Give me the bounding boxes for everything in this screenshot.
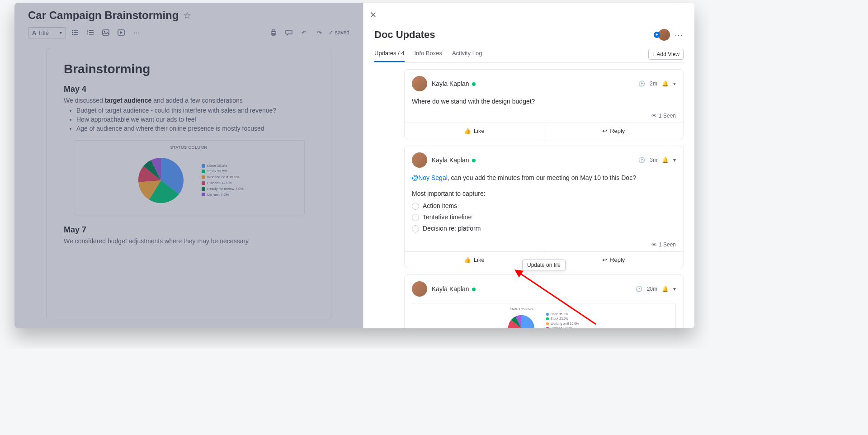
text-style-prefix: A xyxy=(32,29,36,36)
chart-title: STATUS COLUMN xyxy=(505,308,537,311)
image-icon[interactable] xyxy=(99,26,112,39)
checklist-item[interactable]: Decision re: platform xyxy=(412,224,676,233)
tab-info-boxes[interactable]: Info Boxes xyxy=(415,50,442,62)
attached-chart[interactable]: STATUS COLUMN Done 35.3%Stuck 23.5%Worki… xyxy=(412,303,676,328)
text-style-label: Title xyxy=(38,29,49,36)
section-heading: May 4 xyxy=(64,85,314,94)
svg-point-0 xyxy=(72,30,73,31)
svg-point-13 xyxy=(104,31,105,33)
author-name[interactable]: Kayla Kaplan xyxy=(432,156,476,164)
section-heading: May 7 xyxy=(64,225,314,235)
checklist: Action items Tentative timeline Decision… xyxy=(412,201,676,233)
seen-count[interactable]: 👁 1 Seen xyxy=(405,113,683,123)
pie-chart xyxy=(505,312,537,328)
checklist-item[interactable]: Tentative timeline xyxy=(412,213,676,222)
online-indicator xyxy=(472,82,476,86)
doc-canvas[interactable]: Brainstorming May 4 We discussed target … xyxy=(46,48,331,319)
panel-title: Doc Updates xyxy=(374,29,435,41)
clock-icon: 🕑 xyxy=(638,157,645,163)
update-body: Where do we stand with the design budget… xyxy=(405,95,683,113)
updates-panel: ✕ Doc Updates + ⋯ Updates / 4 Info Boxes… xyxy=(363,3,694,328)
print-icon[interactable] xyxy=(267,26,280,39)
radio-icon[interactable] xyxy=(412,203,419,210)
text-style-select[interactable]: A Title ▾ xyxy=(28,27,66,38)
numbered-list-icon[interactable]: 123 xyxy=(84,26,97,39)
svg-rect-1 xyxy=(74,30,78,31)
bulleted-list-icon[interactable] xyxy=(69,26,81,39)
online-indicator xyxy=(472,288,476,291)
checklist-item[interactable]: Action items xyxy=(412,201,676,211)
author-name[interactable]: Kayla Kaplan xyxy=(432,80,476,87)
seen-count[interactable]: 👁 1 Seen xyxy=(405,241,683,251)
bell-icon[interactable]: 🔔 xyxy=(662,286,669,292)
list-item: Age of audience and where their online p… xyxy=(76,125,314,132)
update-card: Update on file Kayla Kaplan 🕑 20m 🔔 ▾ xyxy=(404,274,684,328)
like-button[interactable]: 👍 Like xyxy=(405,123,544,139)
tab-activity-log[interactable]: Activity Log xyxy=(452,50,482,62)
svg-rect-3 xyxy=(74,32,78,33)
list-item: How approachable we want our ads to feel xyxy=(76,116,314,123)
svg-point-4 xyxy=(72,34,73,35)
chevron-down-icon[interactable]: ▾ xyxy=(673,286,676,292)
embedded-chart[interactable]: STATUS COLUMN Done 35.3%Stuck 23.5%Worki… xyxy=(73,140,305,214)
undo-icon[interactable]: ↶ xyxy=(298,26,311,39)
doc-heading: Brainstorming xyxy=(64,62,314,76)
doc-title[interactable]: Car Campaign Brainstorming xyxy=(28,9,179,22)
online-indicator xyxy=(472,159,476,162)
chart-legend: Done 35.3%Stuck 23.5%Working on it 15.0%… xyxy=(202,163,243,198)
chart-title: STATUS COLUMN xyxy=(170,145,207,150)
avatar[interactable] xyxy=(412,152,427,168)
svg-rect-7 xyxy=(89,30,94,31)
mention[interactable]: @Noy Segal xyxy=(412,174,448,181)
comment-icon[interactable] xyxy=(283,26,295,39)
svg-point-2 xyxy=(72,32,73,33)
avatar[interactable] xyxy=(412,281,427,297)
update-body: @Noy Segal, can you add the minutes from… xyxy=(405,171,683,241)
bell-icon[interactable]: 🔔 xyxy=(662,80,669,87)
more-icon[interactable]: ⋯ xyxy=(130,26,143,39)
chevron-down-icon: ▾ xyxy=(60,30,62,35)
clock-icon: 🕑 xyxy=(636,286,642,292)
star-icon[interactable]: ☆ xyxy=(183,10,191,21)
chart-legend: Done 35.3%Stuck 23.5%Working on it 15.0%… xyxy=(546,312,582,329)
add-view-button[interactable]: + Add View xyxy=(648,49,684,60)
doc-bullets: Budget of target audience - could this i… xyxy=(64,107,314,132)
radio-icon[interactable] xyxy=(412,225,419,232)
member-avatar[interactable]: + xyxy=(658,29,670,41)
update-card: Kayla Kaplan 🕑 3m 🔔 ▾ @Noy Segal, can yo… xyxy=(404,146,684,268)
reply-button[interactable]: ↩ Reply xyxy=(544,123,684,139)
update-time: 20m xyxy=(647,286,657,292)
video-icon[interactable] xyxy=(115,26,127,39)
saved-status: ✓ saved xyxy=(329,29,349,36)
tab-updates[interactable]: Updates / 4 xyxy=(374,50,405,62)
update-subhead: Most important to capture: xyxy=(412,189,676,199)
chevron-down-icon[interactable]: ▾ xyxy=(673,80,676,87)
svg-rect-16 xyxy=(272,30,275,32)
eye-icon: 👁 xyxy=(651,241,657,248)
eye-icon: 👁 xyxy=(651,113,657,119)
svg-text:3: 3 xyxy=(87,33,89,36)
pie-chart xyxy=(134,153,188,208)
doc-pane: Car Campaign Brainstorming ☆ A Title ▾ 1… xyxy=(14,3,363,328)
panel-more-icon[interactable]: ⋯ xyxy=(675,30,684,40)
add-member-icon[interactable]: + xyxy=(654,32,660,38)
redo-icon[interactable]: ↷ xyxy=(313,26,326,39)
file-tooltip: Update on file xyxy=(522,260,566,270)
close-icon[interactable]: ✕ xyxy=(370,10,377,20)
update-time: 3m xyxy=(650,157,657,163)
radio-icon[interactable] xyxy=(412,214,419,221)
svg-rect-5 xyxy=(74,34,78,35)
list-item: Budget of target audience - could this i… xyxy=(76,107,314,114)
author-name[interactable]: Kayla Kaplan xyxy=(432,285,476,293)
svg-rect-11 xyxy=(89,34,94,35)
toolbar: A Title ▾ 123 ⋯ ↶ ↷ xyxy=(14,24,363,42)
bell-icon[interactable]: 🔔 xyxy=(662,157,669,163)
avatar[interactable] xyxy=(412,76,427,91)
chevron-down-icon[interactable]: ▾ xyxy=(673,157,676,163)
update-time: 2m xyxy=(650,80,657,87)
doc-paragraph: We discussed target audience and added a… xyxy=(64,97,314,104)
doc-paragraph: We considered budget adjustments where t… xyxy=(64,237,314,245)
svg-rect-9 xyxy=(89,32,94,33)
update-card: Kayla Kaplan 🕑 2m 🔔 ▾ Where do we stand … xyxy=(404,69,684,139)
clock-icon: 🕑 xyxy=(638,80,645,87)
